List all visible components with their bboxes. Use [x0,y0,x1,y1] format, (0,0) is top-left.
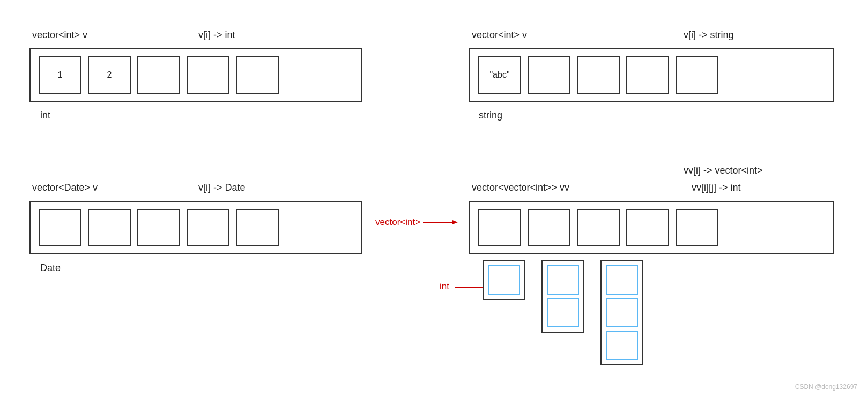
vector-int-text: vector<int> [375,217,420,228]
tl-cell-4 [236,56,279,94]
sub-vectors-area [483,260,643,365]
svg-marker-1 [452,220,458,224]
br-cell-2 [577,209,620,246]
tl-vector-label: vector<int> v [32,29,87,41]
sub-vector-3 [600,260,643,365]
bl-type-label: Date [40,263,61,274]
br-cell-3 [626,209,669,246]
sv3-cell-2 [606,331,638,360]
tl-cell-3 [187,56,229,94]
bl-access-label: v[i] -> Date [198,182,246,193]
tr-type-label: string [479,110,502,121]
tr-cell-1 [528,56,570,94]
sv3-cell-0 [606,265,638,295]
tl-cell-1: 2 [88,56,131,94]
br-access-label1: vv[i] -> vector<int> [684,165,763,176]
bl-cell-1 [88,209,131,246]
main-diagram: vector<int> v v[i] -> int 1 2 int vector… [0,0,868,397]
bl-cell-2 [137,209,180,246]
tr-cell-2 [577,56,620,94]
tr-cell-4 [676,56,718,94]
br-access-label2: vv[i][j] -> int [692,182,741,193]
br-vector-label: vector<vector<int>> vv [472,182,569,193]
tl-type-label: int [40,110,50,121]
br-vector-box [469,201,834,254]
tl-cell-0: 1 [39,56,81,94]
arrow-vector-int-label: vector<int> [375,217,461,228]
tr-vector-box: "abc" [469,48,834,102]
br-cell-0 [478,209,521,246]
tl-access-label: v[i] -> int [198,29,235,41]
sv2-cell-1 [547,298,579,327]
tr-vector-label: vector<int> v [472,29,527,41]
tr-cell-3 [626,56,669,94]
watermark: CSDN @dong132697 [795,383,857,391]
sv2-cell-0 [547,265,579,295]
bl-vector-label: vector<Date> v [32,182,98,193]
sub-vector-1 [483,260,525,300]
sv1-cell-0 [488,265,520,295]
bl-vector-box [29,201,362,254]
int-text: int [440,281,449,291]
br-cell-4 [676,209,718,246]
bl-cell-4 [236,209,279,246]
tr-cell-0: "abc" [478,56,521,94]
tr-access-label: v[i] -> string [684,29,734,41]
sub-vector-2 [541,260,584,333]
bl-cell-0 [39,209,81,246]
sv3-cell-1 [606,298,638,327]
tl-vector-box: 1 2 [29,48,362,102]
tl-cell-2 [137,56,180,94]
br-cell-1 [528,209,570,246]
bl-cell-3 [187,209,229,246]
